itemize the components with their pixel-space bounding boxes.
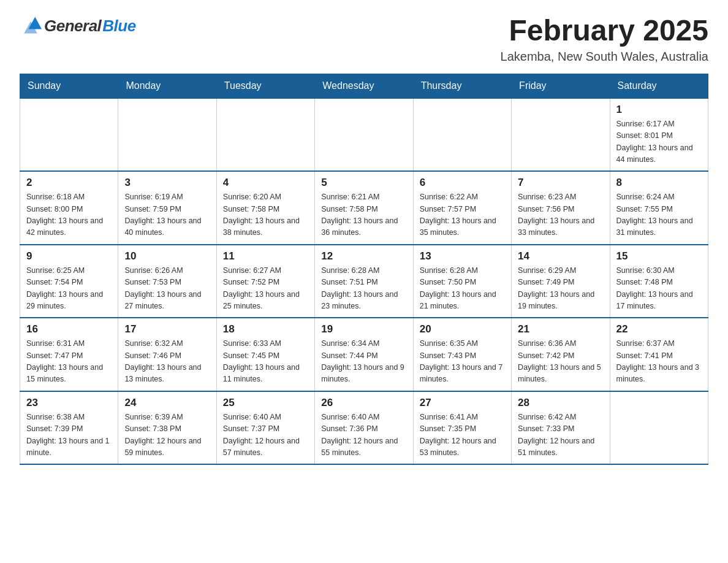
day-number: 27	[420, 397, 505, 409]
day-info: Sunrise: 6:19 AM Sunset: 7:59 PM Dayligh…	[124, 191, 210, 239]
calendar-week-row: 16Sunrise: 6:31 AM Sunset: 7:47 PM Dayli…	[20, 318, 708, 391]
day-info: Sunrise: 6:36 AM Sunset: 7:42 PM Dayligh…	[518, 338, 603, 386]
day-info: Sunrise: 6:17 AM Sunset: 8:01 PM Dayligh…	[616, 118, 702, 166]
calendar-week-row: 2Sunrise: 6:18 AM Sunset: 8:00 PM Daylig…	[20, 171, 708, 245]
calendar-cell: 10Sunrise: 6:26 AM Sunset: 7:53 PM Dayli…	[118, 245, 216, 318]
title-section: February 2025 Lakemba, New South Wales, …	[501, 15, 708, 64]
calendar-cell: 9Sunrise: 6:25 AM Sunset: 7:54 PM Daylig…	[20, 245, 118, 318]
day-number: 20	[420, 323, 505, 335]
day-info: Sunrise: 6:27 AM Sunset: 7:52 PM Dayligh…	[223, 265, 308, 313]
calendar-cell	[118, 98, 216, 172]
calendar-cell: 24Sunrise: 6:39 AM Sunset: 7:38 PM Dayli…	[118, 391, 216, 465]
calendar-header-row: SundayMondayTuesdayWednesdayThursdayFrid…	[20, 74, 708, 98]
day-info: Sunrise: 6:35 AM Sunset: 7:43 PM Dayligh…	[420, 338, 505, 386]
day-info: Sunrise: 6:42 AM Sunset: 7:33 PM Dayligh…	[518, 412, 603, 459]
day-number: 14	[518, 250, 603, 262]
calendar-week-row: 23Sunrise: 6:38 AM Sunset: 7:39 PM Dayli…	[20, 391, 708, 465]
day-number: 13	[420, 250, 505, 262]
day-info: Sunrise: 6:22 AM Sunset: 7:57 PM Dayligh…	[420, 191, 505, 239]
day-info: Sunrise: 6:40 AM Sunset: 7:37 PM Dayligh…	[223, 412, 308, 459]
day-number: 23	[26, 397, 112, 409]
calendar-cell	[512, 98, 610, 172]
day-info: Sunrise: 6:39 AM Sunset: 7:38 PM Dayligh…	[124, 412, 210, 459]
calendar-cell: 6Sunrise: 6:22 AM Sunset: 7:57 PM Daylig…	[413, 171, 511, 245]
calendar-cell: 5Sunrise: 6:21 AM Sunset: 7:58 PM Daylig…	[315, 171, 413, 245]
calendar-cell: 22Sunrise: 6:37 AM Sunset: 7:41 PM Dayli…	[610, 318, 708, 391]
day-info: Sunrise: 6:24 AM Sunset: 7:55 PM Dayligh…	[616, 191, 702, 239]
day-number: 5	[321, 177, 406, 189]
calendar-cell	[20, 98, 118, 172]
calendar-cell: 26Sunrise: 6:40 AM Sunset: 7:36 PM Dayli…	[315, 391, 413, 465]
day-info: Sunrise: 6:30 AM Sunset: 7:48 PM Dayligh…	[616, 265, 702, 313]
logo: General Blue	[20, 15, 136, 37]
day-number: 7	[518, 177, 603, 189]
page-title: February 2025	[501, 15, 708, 47]
calendar-cell: 12Sunrise: 6:28 AM Sunset: 7:51 PM Dayli…	[315, 245, 413, 318]
day-info: Sunrise: 6:28 AM Sunset: 7:50 PM Dayligh…	[420, 265, 505, 313]
calendar-cell: 25Sunrise: 6:40 AM Sunset: 7:37 PM Dayli…	[216, 391, 314, 465]
day-number: 8	[616, 177, 702, 189]
day-info: Sunrise: 6:29 AM Sunset: 7:49 PM Dayligh…	[518, 265, 603, 313]
calendar-cell: 11Sunrise: 6:27 AM Sunset: 7:52 PM Dayli…	[216, 245, 314, 318]
day-number: 24	[124, 397, 210, 409]
day-number: 1	[616, 104, 702, 116]
logo-blue: Blue	[102, 17, 135, 36]
calendar-cell: 18Sunrise: 6:33 AM Sunset: 7:45 PM Dayli…	[216, 318, 314, 391]
calendar-cell: 8Sunrise: 6:24 AM Sunset: 7:55 PM Daylig…	[610, 171, 708, 245]
day-number: 22	[616, 323, 702, 335]
day-number: 2	[26, 177, 112, 189]
page-header: General Blue February 2025 Lakemba, New …	[20, 15, 708, 64]
day-info: Sunrise: 6:28 AM Sunset: 7:51 PM Dayligh…	[321, 265, 406, 313]
day-number: 10	[124, 250, 210, 262]
calendar-cell: 7Sunrise: 6:23 AM Sunset: 7:56 PM Daylig…	[512, 171, 610, 245]
day-info: Sunrise: 6:34 AM Sunset: 7:44 PM Dayligh…	[321, 338, 406, 386]
day-number: 11	[223, 250, 308, 262]
column-header-saturday: Saturday	[610, 74, 708, 98]
calendar-cell	[216, 98, 314, 172]
day-number: 21	[518, 323, 603, 335]
column-header-thursday: Thursday	[413, 74, 511, 98]
calendar-cell: 3Sunrise: 6:19 AM Sunset: 7:59 PM Daylig…	[118, 171, 216, 245]
calendar-cell: 13Sunrise: 6:28 AM Sunset: 7:50 PM Dayli…	[413, 245, 511, 318]
calendar-cell: 19Sunrise: 6:34 AM Sunset: 7:44 PM Dayli…	[315, 318, 413, 391]
page-subtitle: Lakemba, New South Wales, Australia	[501, 50, 708, 64]
day-number: 26	[321, 397, 406, 409]
calendar-cell: 16Sunrise: 6:31 AM Sunset: 7:47 PM Dayli…	[20, 318, 118, 391]
calendar-table: SundayMondayTuesdayWednesdayThursdayFrid…	[20, 74, 708, 465]
day-number: 17	[124, 323, 210, 335]
day-info: Sunrise: 6:40 AM Sunset: 7:36 PM Dayligh…	[321, 412, 406, 459]
day-number: 3	[124, 177, 210, 189]
day-number: 19	[321, 323, 406, 335]
calendar-cell: 15Sunrise: 6:30 AM Sunset: 7:48 PM Dayli…	[610, 245, 708, 318]
column-header-monday: Monday	[118, 74, 216, 98]
column-header-wednesday: Wednesday	[315, 74, 413, 98]
day-info: Sunrise: 6:31 AM Sunset: 7:47 PM Dayligh…	[26, 338, 112, 386]
day-number: 4	[223, 177, 308, 189]
day-number: 15	[616, 250, 702, 262]
column-header-friday: Friday	[512, 74, 610, 98]
day-info: Sunrise: 6:25 AM Sunset: 7:54 PM Dayligh…	[26, 265, 112, 313]
day-number: 12	[321, 250, 406, 262]
day-info: Sunrise: 6:32 AM Sunset: 7:46 PM Dayligh…	[124, 338, 210, 386]
logo-icon	[20, 15, 42, 37]
calendar-cell: 2Sunrise: 6:18 AM Sunset: 8:00 PM Daylig…	[20, 171, 118, 245]
calendar-cell: 1Sunrise: 6:17 AM Sunset: 8:01 PM Daylig…	[610, 98, 708, 172]
day-info: Sunrise: 6:38 AM Sunset: 7:39 PM Dayligh…	[26, 412, 112, 459]
day-info: Sunrise: 6:20 AM Sunset: 7:58 PM Dayligh…	[223, 191, 308, 239]
calendar-cell: 28Sunrise: 6:42 AM Sunset: 7:33 PM Dayli…	[512, 391, 610, 465]
day-number: 25	[223, 397, 308, 409]
calendar-cell: 21Sunrise: 6:36 AM Sunset: 7:42 PM Dayli…	[512, 318, 610, 391]
calendar-cell: 4Sunrise: 6:20 AM Sunset: 7:58 PM Daylig…	[216, 171, 314, 245]
day-info: Sunrise: 6:21 AM Sunset: 7:58 PM Dayligh…	[321, 191, 406, 239]
calendar-cell: 23Sunrise: 6:38 AM Sunset: 7:39 PM Dayli…	[20, 391, 118, 465]
day-info: Sunrise: 6:41 AM Sunset: 7:35 PM Dayligh…	[420, 412, 505, 459]
calendar-cell: 17Sunrise: 6:32 AM Sunset: 7:46 PM Dayli…	[118, 318, 216, 391]
calendar-cell	[413, 98, 511, 172]
column-header-tuesday: Tuesday	[216, 74, 314, 98]
day-info: Sunrise: 6:23 AM Sunset: 7:56 PM Dayligh…	[518, 191, 603, 239]
day-info: Sunrise: 6:18 AM Sunset: 8:00 PM Dayligh…	[26, 191, 112, 239]
day-number: 28	[518, 397, 603, 409]
day-number: 16	[26, 323, 112, 335]
day-info: Sunrise: 6:33 AM Sunset: 7:45 PM Dayligh…	[223, 338, 308, 386]
calendar-cell: 14Sunrise: 6:29 AM Sunset: 7:49 PM Dayli…	[512, 245, 610, 318]
